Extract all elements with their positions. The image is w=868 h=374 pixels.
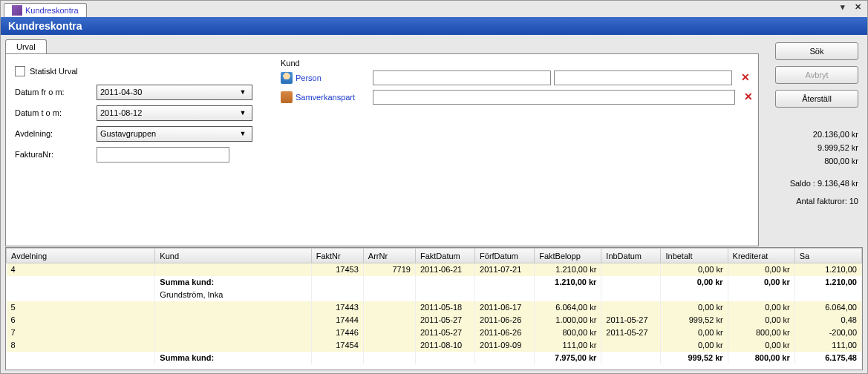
col-faktbelopp[interactable]: FaktBelopp	[535, 249, 601, 263]
table-row[interactable]: 4 174537719 2011-06-212011-07-21 1.210,0…	[7, 263, 862, 276]
static-urval-checkbox[interactable]	[15, 66, 25, 76]
summary-value: 20.136,00 kr	[771, 130, 858, 139]
filter-form: Statiskt Urval Datum fr o m: 2011-04-30 …	[15, 63, 275, 167]
kund-group: Kund Person ✕ Samverkanspart ✕	[281, 59, 756, 108]
filter-panel: Statiskt Urval Datum fr o m: 2011-04-30 …	[5, 53, 759, 246]
clear-samverkan-icon[interactable]: ✕	[743, 91, 754, 103]
chevron-down-icon: ▼	[237, 88, 249, 96]
person-icon	[281, 72, 293, 84]
document-tab[interactable]: Kundreskontra	[4, 3, 87, 17]
tab-urval[interactable]: Urval	[5, 39, 47, 54]
person-link[interactable]: Person	[296, 73, 370, 82]
clear-person-icon[interactable]: ✕	[740, 72, 751, 84]
window-controls: ▾ ✕	[838, 2, 863, 12]
samverkan-input[interactable]	[373, 90, 735, 105]
table-row[interactable]: 8 17454 2011-08-102011-09-09 111,00 kr 0…	[7, 339, 862, 352]
table-row[interactable]: 5 17443 2011-05-182011-06-17 6.064,00 kr…	[7, 301, 862, 314]
kund-group-label: Kund	[281, 59, 756, 68]
action-panel: Sök Avbryt Återställ 20.136,00 kr 9.999,…	[771, 42, 863, 210]
col-faktdatum[interactable]: FaktDatum	[415, 249, 474, 263]
search-button[interactable]: Sök	[775, 42, 858, 60]
datum-to-input[interactable]: 2011-08-12 ▼	[97, 105, 252, 121]
col-inbetalt[interactable]: Inbetalt	[661, 249, 728, 263]
col-kund[interactable]: Kund	[155, 249, 311, 263]
results-grid[interactable]: Avdelning Kund FaktNr ArrNr FaktDatum Fö…	[5, 247, 863, 370]
col-saldo[interactable]: Sa	[794, 249, 861, 263]
chevron-down-icon: ▼	[237, 130, 249, 137]
summary-values: 20.136,00 kr 9.999,52 kr 800,00 kr Saldo…	[771, 130, 863, 206]
col-faktnr[interactable]: FaktNr	[311, 249, 363, 263]
person-input-2[interactable]	[554, 70, 732, 85]
avdelning-label: Avdelning:	[15, 129, 97, 138]
avdelning-value: Gustavgruppen	[100, 129, 156, 138]
reset-button[interactable]: Återställ	[775, 90, 858, 108]
col-arrnr[interactable]: ArrNr	[363, 249, 415, 263]
table-row-sum[interactable]: Summa kund: 1.210,00 kr 0,00 kr0,00 kr 1…	[7, 276, 862, 289]
table-row[interactable]: Grundström, Inka	[7, 289, 862, 301]
datum-to-value: 2011-08-12	[100, 108, 142, 117]
table-row-sum[interactable]: Summa kund: 7.975,00 kr 999,52 kr800,00 …	[7, 352, 862, 364]
table-row[interactable]: 7 17446 2011-05-272011-06-26 800,00 kr20…	[7, 327, 862, 339]
fakturanr-label: FakturaNr:	[15, 150, 97, 159]
title-bar: Kundreskontra	[1, 17, 867, 35]
table-row[interactable]: 6 17444 2011-05-272011-06-26 1.000,00 kr…	[7, 314, 862, 327]
datum-from-input[interactable]: 2011-04-30 ▼	[97, 85, 252, 100]
tab-strip: Urval	[5, 37, 863, 53]
chevron-down-icon: ▼	[237, 109, 249, 117]
avdelning-select[interactable]: Gustavgruppen ▼	[97, 126, 252, 142]
col-krediterat[interactable]: Krediterat	[728, 249, 794, 263]
summary-value: 800,00 kr	[771, 157, 858, 165]
cancel-button[interactable]: Avbryt	[775, 66, 858, 84]
grid-header-row: Avdelning Kund FaktNr ArrNr FaktDatum Fö…	[7, 249, 862, 263]
summary-count: Antal fakturor: 10	[771, 197, 858, 206]
samverkan-icon	[281, 91, 293, 103]
module-icon	[12, 5, 22, 16]
app-window: Kundreskontra ▾ ✕ Kundreskontra Urval St…	[0, 0, 868, 374]
samverkan-link[interactable]: Samverkanspart	[296, 93, 370, 102]
minimize-button[interactable]: ▾	[838, 2, 848, 12]
page-title: Kundreskontra	[8, 20, 82, 32]
col-forfdatum[interactable]: FörfDatum	[475, 249, 535, 263]
col-avdelning[interactable]: Avdelning	[7, 249, 155, 263]
document-tab-label: Kundreskontra	[25, 6, 79, 15]
fakturanr-input[interactable]	[97, 147, 229, 163]
person-input-1[interactable]	[373, 70, 551, 85]
col-inbdatum[interactable]: InbDatum	[601, 249, 661, 263]
static-urval-label: Statiskt Urval	[30, 67, 78, 76]
summary-value: 9.999,52 kr	[771, 143, 858, 152]
datum-to-label: Datum t o m:	[15, 108, 97, 117]
summary-saldo: Saldo : 9.136,48 kr	[771, 179, 858, 188]
datum-from-label: Datum fr o m:	[15, 88, 97, 96]
datum-from-value: 2011-04-30	[100, 88, 142, 96]
document-tabs: Kundreskontra ▾ ✕	[1, 1, 867, 17]
close-button[interactable]: ✕	[852, 2, 863, 12]
